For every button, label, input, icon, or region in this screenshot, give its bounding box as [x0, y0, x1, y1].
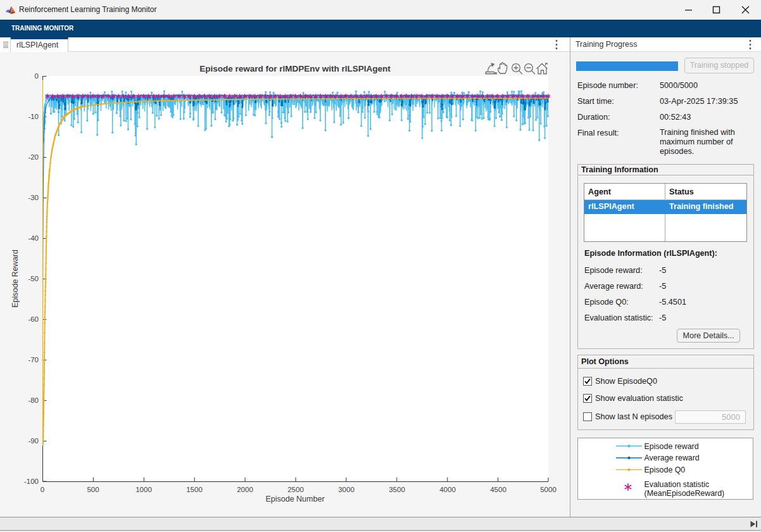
- svg-text:Evaluation statistic: Evaluation statistic: [645, 480, 710, 489]
- svg-text:-70: -70: [28, 356, 39, 364]
- svg-text:5000: 5000: [540, 486, 557, 493]
- svg-text:-100: -100: [24, 478, 39, 485]
- svg-text:0: 0: [41, 486, 44, 493]
- svg-text:1500: 1500: [186, 486, 203, 493]
- svg-text:3500: 3500: [389, 486, 405, 493]
- svg-text:-10: -10: [28, 113, 39, 120]
- svg-text:4500: 4500: [490, 486, 506, 493]
- svg-text:(MeanEpisodeReward): (MeanEpisodeReward): [645, 489, 725, 498]
- svg-text:2500: 2500: [287, 486, 304, 493]
- svg-text:2000: 2000: [237, 486, 253, 493]
- svg-text:4000: 4000: [439, 486, 456, 493]
- svg-text:Episode reward for rlMDPEnv wi: Episode reward for rlMDPEnv with rlLSPIA…: [199, 64, 391, 73]
- svg-text:1000: 1000: [135, 486, 152, 493]
- svg-text:-20: -20: [28, 153, 39, 161]
- svg-text:Average reward: Average reward: [645, 453, 700, 462]
- svg-text:-40: -40: [28, 234, 39, 242]
- svg-text:-50: -50: [28, 275, 39, 282]
- svg-text:-60: -60: [28, 315, 39, 323]
- svg-text:-90: -90: [28, 437, 39, 445]
- svg-text:0: 0: [35, 72, 39, 80]
- svg-text:Episode Reward: Episode Reward: [11, 250, 20, 308]
- svg-text:-80: -80: [28, 396, 39, 404]
- svg-text:Episode reward: Episode reward: [645, 442, 699, 451]
- svg-text:Episode Q0: Episode Q0: [645, 466, 686, 474]
- svg-text:Episode Number: Episode Number: [265, 495, 324, 504]
- svg-text:-30: -30: [28, 194, 39, 201]
- svg-text:3000: 3000: [338, 486, 355, 493]
- svg-text:500: 500: [87, 486, 99, 493]
